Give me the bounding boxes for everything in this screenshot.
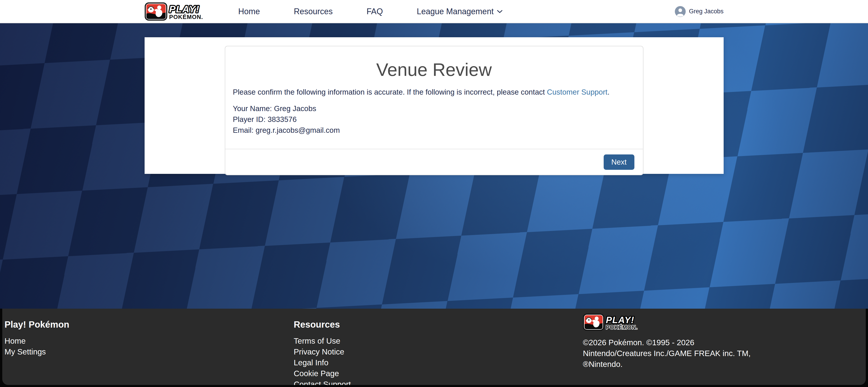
copyright-text: ©2026 Pokémon. ©1995 - 2026 Nintendo/Cre…: [583, 337, 857, 369]
footer-link-terms-of-use[interactable]: Terms of Use: [294, 335, 583, 346]
card-footer: Next: [225, 149, 643, 175]
footer-col-play-pokemon: Play! Pokémon Home My Settings: [4, 320, 294, 385]
person-icon: [675, 6, 686, 17]
footer-link-privacy-notice[interactable]: Privacy Notice: [294, 346, 583, 357]
svg-text:PLAY!: PLAY!: [169, 3, 199, 14]
nav-item-home[interactable]: Home: [238, 7, 260, 16]
footer-link-my-settings[interactable]: My Settings: [4, 346, 294, 357]
svg-text:PLAY!: PLAY!: [606, 315, 634, 325]
play-pokemon-logo[interactable]: PLAY! POKÉMON.: [145, 2, 217, 21]
chevron-down-icon: [497, 10, 503, 13]
main-nav: Home Resources FAQ League Management: [238, 7, 503, 16]
content-panel: Venue Review Please confirm the followin…: [145, 37, 724, 174]
player-email-line: Email: greg.r.jacobs@gmail.com: [233, 125, 635, 136]
footer-link-cookie-page[interactable]: Cookie Page: [294, 368, 583, 379]
footer-panel: Play! Pokémon Home My Settings Resources…: [2, 309, 866, 385]
player-id-line: Player ID: 3833576: [233, 114, 635, 125]
nav-item-league-management[interactable]: League Management: [417, 7, 503, 16]
footer-link-home[interactable]: Home: [4, 335, 294, 346]
next-button[interactable]: Next: [604, 155, 634, 170]
user-menu[interactable]: Greg Jacobs: [675, 6, 723, 17]
top-navigation-bar: PLAY! POKÉMON. Home Resources FAQ League…: [0, 0, 868, 23]
user-name: Greg Jacobs: [689, 8, 723, 15]
confirmation-text: Please confirm the following information…: [233, 87, 635, 97]
footer-heading-resources: Resources: [294, 320, 583, 330]
page-background: Venue Review Please confirm the followin…: [0, 23, 868, 309]
venue-review-card: Venue Review Please confirm the followin…: [225, 46, 644, 175]
venue-review-card-body: Venue Review Please confirm the followin…: [225, 46, 643, 149]
footer-col-legal: PLAY! POKÉMON. ©2026 Pokémon. ©1995 - 20…: [583, 313, 866, 385]
footer-link-legal-info[interactable]: Legal Info: [294, 357, 583, 368]
play-pokemon-footer-logo-icon: PLAY! POKÉMON.: [583, 313, 651, 331]
play-pokemon-logo-icon: PLAY! POKÉMON.: [145, 2, 217, 21]
footer-link-contact-support[interactable]: Contact Support: [294, 379, 583, 385]
nav-item-faq[interactable]: FAQ: [367, 7, 383, 16]
footer: Play! Pokémon Home My Settings Resources…: [0, 309, 868, 387]
page-title: Venue Review: [233, 59, 635, 80]
nav-item-resources[interactable]: Resources: [294, 7, 333, 16]
player-name-line: Your Name: Greg Jacobs: [233, 103, 635, 114]
svg-text:POKÉMON.: POKÉMON.: [606, 324, 638, 330]
svg-text:POKÉMON.: POKÉMON.: [169, 13, 203, 20]
footer-col-resources: Resources Terms of Use Privacy Notice Le…: [294, 320, 583, 385]
player-info: Your Name: Greg Jacobs Player ID: 383357…: [233, 103, 635, 136]
customer-support-link[interactable]: Customer Support: [547, 88, 608, 96]
footer-heading-play-pokemon: Play! Pokémon: [4, 320, 294, 330]
